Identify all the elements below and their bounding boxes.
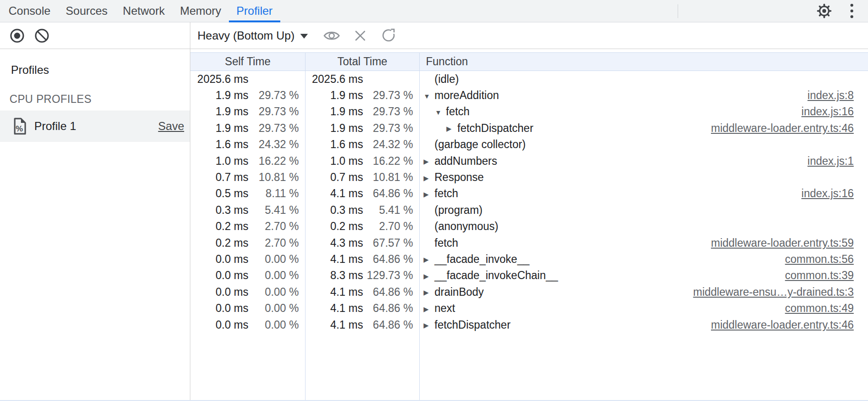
eye-icon[interactable] [322,26,341,45]
self-time-cell[interactable]: 0.7 ms10.81 % [190,169,305,185]
total-time-cell[interactable]: 4.1 ms64.86 % [306,284,419,300]
source-link[interactable]: middleware-ensu…y-drained.ts:3 [693,286,868,299]
function-cell[interactable]: ▶nextcommon.ts:49 [420,300,868,316]
total-time-cell[interactable]: 1.9 ms29.73 % [306,104,419,120]
tab-memory[interactable]: Memory [172,0,229,22]
self-time-cell[interactable]: 0.2 ms2.70 % [190,219,305,235]
chevron-collapsed-icon[interactable]: ▶ [424,173,434,182]
self-time-cell[interactable]: 1.0 ms16.22 % [190,153,305,169]
source-link[interactable]: common.ts:49 [785,302,868,315]
total-time-cell[interactable]: 0.3 ms5.41 % [306,202,419,218]
function-cell[interactable]: (garbage collector) [420,137,868,153]
function-cell[interactable]: ▼moreAdditionindex.js:8 [420,87,868,103]
self-time-cell[interactable]: 0.0 ms0.00 % [190,268,305,284]
function-cell[interactable]: ▶fetchDispatchermiddleware-loader.entry.… [420,317,868,333]
self-time-cell[interactable]: 1.6 ms24.32 % [190,137,305,153]
chevron-collapsed-icon[interactable]: ▶ [446,124,457,132]
total-time-cell[interactable]: 4.1 ms64.86 % [306,317,419,333]
profiler-content: Profiles CPU PROFILES % Profile 1 Save S… [0,49,868,401]
percent-document-icon: % [13,118,27,135]
total-time-cell[interactable]: 0.7 ms10.81 % [306,169,419,185]
total-time-cell[interactable]: 1.0 ms16.22 % [306,153,419,169]
total-time-column-header[interactable]: Total Time [306,52,419,71]
clear-icon[interactable] [34,28,49,43]
overflow-menu-icon[interactable] [841,0,862,21]
tab-network[interactable]: Network [115,0,172,22]
percent-value: 64.86 % [363,253,419,266]
chevron-collapsed-icon[interactable]: ▶ [424,321,434,329]
source-link[interactable]: middleware-loader.entry.ts:59 [711,237,868,250]
source-link[interactable]: index.js:1 [808,155,868,168]
self-time-cell[interactable]: 0.5 ms8.11 % [190,186,305,202]
function-cell[interactable]: ▶drainBodymiddleware-ensu…y-drained.ts:3 [420,284,868,300]
function-cell[interactable]: fetchmiddleware-loader.entry.ts:59 [420,235,868,251]
total-time-cell[interactable]: 1.9 ms29.73 % [306,120,419,136]
percent-value: 29.73 % [363,122,419,135]
function-name: addNumbers [434,155,497,168]
chevron-expanded-icon[interactable]: ▼ [424,91,434,100]
function-cell[interactable]: ▶__facade_invoke__common.ts:56 [420,251,868,267]
chevron-collapsed-icon[interactable]: ▶ [424,271,434,280]
close-icon[interactable] [351,26,370,45]
function-cell[interactable]: ▶__facade_invokeChain__common.ts:39 [420,268,868,284]
self-time-cell[interactable]: 1.9 ms29.73 % [190,120,305,136]
chevron-collapsed-icon[interactable]: ▶ [424,157,434,165]
sidebar-item-profile-1[interactable]: % Profile 1 Save [0,110,190,142]
tab-sources[interactable]: Sources [58,0,115,22]
function-cell[interactable]: ▶Response [420,169,868,185]
view-mode-dropdown[interactable]: Heavy (Bottom Up) [197,29,308,42]
record-icon[interactable] [10,28,25,43]
source-link[interactable]: index.js:8 [808,89,868,102]
function-cell[interactable]: (idle) [420,71,868,87]
self-time-cell[interactable]: 1.9 ms29.73 % [190,87,305,103]
percent-value: 64.86 % [363,319,419,331]
function-cell[interactable]: ▶addNumbersindex.js:1 [420,153,868,169]
self-time-cell[interactable]: 0.3 ms5.41 % [190,202,305,218]
total-time-cell[interactable]: 8.3 ms129.73 % [306,268,419,284]
function-name: (program) [434,204,483,217]
chevron-collapsed-icon[interactable]: ▶ [424,190,434,198]
source-link[interactable]: common.ts:39 [785,269,868,282]
total-time-cell[interactable]: 4.1 ms64.86 % [306,186,419,202]
chevron-expanded-icon[interactable]: ▼ [435,108,446,116]
total-time-cell[interactable]: 2025.6 ms [306,71,419,87]
source-link[interactable]: middleware-loader.entry.ts:46 [711,319,868,331]
total-time-cell[interactable]: 1.9 ms29.73 % [306,87,419,103]
self-time-cell[interactable]: 2025.6 ms [190,71,305,87]
function-name: fetchDispatcher [457,122,533,135]
total-time-cell[interactable]: 4.1 ms64.86 % [306,251,419,267]
source-link[interactable]: index.js:16 [801,187,868,200]
source-link[interactable]: common.ts:56 [785,253,868,266]
function-cell[interactable]: ▼fetchindex.js:16 [420,104,868,120]
source-link[interactable]: index.js:16 [801,105,868,118]
self-time-column-header[interactable]: Self Time [190,52,305,71]
save-profile-link[interactable]: Save [158,120,184,133]
function-cell[interactable]: ▶fetchindex.js:16 [420,186,868,202]
source-link[interactable]: middleware-loader.entry.ts:46 [711,122,868,135]
function-cell[interactable]: ▶fetchDispatchermiddleware-loader.entry.… [420,120,868,136]
self-time-cell[interactable]: 0.0 ms0.00 % [190,317,305,333]
tab-console[interactable]: Console [1,0,58,22]
total-time-cell[interactable]: 4.3 ms67.57 % [306,235,419,251]
chevron-collapsed-icon[interactable]: ▶ [424,288,434,296]
total-time-cell[interactable]: 1.6 ms24.32 % [306,137,419,153]
time-value: 0.0 ms [190,302,248,315]
function-cell[interactable]: (program) [420,202,868,218]
self-time-cell[interactable]: 0.0 ms0.00 % [190,251,305,267]
time-value: 1.9 ms [190,105,248,118]
self-time-cell[interactable]: 0.0 ms0.00 % [190,300,305,316]
total-time-cell[interactable]: 4.1 ms64.86 % [306,300,419,316]
chevron-collapsed-icon[interactable]: ▶ [424,255,434,263]
chevron-collapsed-icon[interactable]: ▶ [424,304,434,313]
time-value: 0.0 ms [190,269,248,282]
tab-profiler[interactable]: Profiler [229,0,280,22]
self-time-cell[interactable]: 0.0 ms0.00 % [190,284,305,300]
self-time-cell[interactable]: 1.9 ms29.73 % [190,104,305,120]
function-cell[interactable]: (anonymous) [420,219,868,235]
function-column-header[interactable]: Function [420,52,868,71]
self-time-cell[interactable]: 0.2 ms2.70 % [190,235,305,251]
profiler-toolbar-right: Heavy (Bottom Up) [190,22,408,49]
refresh-icon[interactable] [379,26,398,45]
gear-icon[interactable] [814,0,835,21]
total-time-cell[interactable]: 0.2 ms2.70 % [306,219,419,235]
